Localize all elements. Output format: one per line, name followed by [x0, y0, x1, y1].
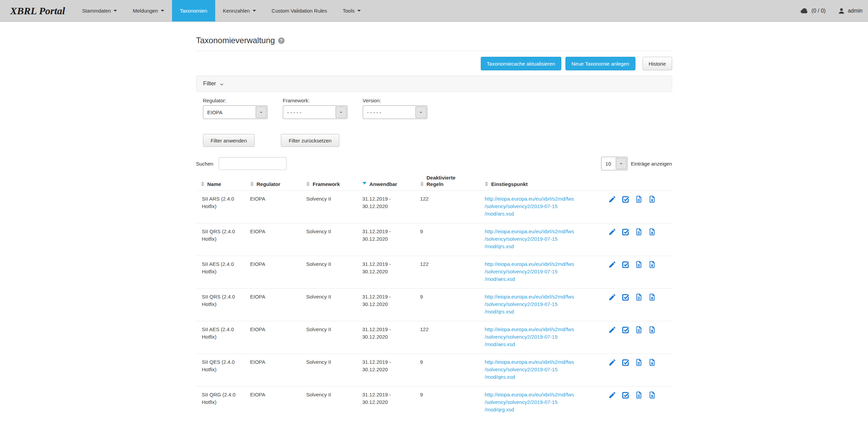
- cell-framework: Solvency II: [302, 195, 358, 218]
- entry-point-line: /mod/aes.xsd: [485, 275, 601, 283]
- file-text-icon[interactable]: [635, 391, 643, 399]
- page-size-label: Einträge anzeigen: [631, 161, 672, 167]
- cell-name: SII ARS (2.4.0 Hotfix): [196, 195, 245, 218]
- cell-disabled-rules: 122: [415, 326, 480, 348]
- select-arrow-icon: [336, 106, 346, 118]
- file-excel-icon[interactable]: [648, 293, 656, 301]
- nav-item[interactable]: Meldungen: [125, 0, 172, 21]
- refresh-taxonomy-cache-button[interactable]: Taxonomiecache aktualisieren: [481, 57, 561, 70]
- validate-check-square-icon[interactable]: [622, 391, 630, 399]
- file-text-icon[interactable]: [635, 326, 643, 334]
- sort-icon: [420, 182, 424, 186]
- entry-point-line: http://eiopa.europa.eu/eu/xbrl/s2md/fws: [485, 391, 601, 398]
- entry-point-link[interactable]: http://eiopa.europa.eu/eu/xbrl/s2md/fws …: [485, 293, 601, 316]
- entry-point-line: /mod/ars.xsd: [485, 210, 601, 218]
- nav-item-label: Taxonomien: [180, 8, 207, 14]
- file-excel-icon[interactable]: [648, 326, 656, 334]
- nav-item[interactable]: Taxonomien: [172, 0, 215, 21]
- entry-point-link[interactable]: http://eiopa.europa.eu/eu/xbrl/s2md/fws …: [485, 228, 601, 250]
- caret-down-icon: [357, 10, 361, 12]
- file-excel-icon[interactable]: [648, 358, 656, 367]
- brand-logo[interactable]: XBRL Portal: [10, 0, 65, 21]
- entry-point-line: /solvency/solvency2/2019-07-15: [485, 268, 601, 275]
- user-menu[interactable]: admin: [838, 7, 863, 15]
- file-excel-icon[interactable]: [648, 228, 656, 236]
- nav-item-label: Kennzahlen: [223, 8, 250, 14]
- cloud-icon: [799, 7, 809, 15]
- nav-item[interactable]: Stammdaten: [74, 0, 125, 21]
- cell-applicable: 31.12.2019 - 30.12.2020: [358, 358, 415, 381]
- page-size-value: 10: [601, 161, 616, 167]
- select-arrow-icon: [256, 106, 267, 118]
- validate-check-square-icon[interactable]: [622, 293, 630, 301]
- validate-check-square-icon[interactable]: [622, 260, 630, 269]
- filter-field-select[interactable]: EIOPA: [203, 105, 268, 119]
- entry-point-link[interactable]: http://eiopa.europa.eu/eu/xbrl/s2md/fws …: [485, 195, 601, 218]
- edit-pencil-icon[interactable]: [608, 358, 616, 367]
- validate-check-square-icon[interactable]: [622, 195, 630, 203]
- file-excel-icon[interactable]: [648, 260, 656, 269]
- cell-actions: [601, 195, 672, 218]
- validate-check-square-icon[interactable]: [622, 228, 630, 236]
- validate-check-square-icon[interactable]: [622, 326, 630, 334]
- apply-filter-button[interactable]: Filter anwenden: [203, 134, 255, 147]
- column-header-label: Framework: [313, 181, 340, 187]
- edit-pencil-icon[interactable]: [608, 228, 616, 236]
- search-input[interactable]: [219, 157, 287, 170]
- entry-point-link[interactable]: http://eiopa.europa.eu/eu/xbrl/s2md/fws …: [485, 326, 601, 348]
- file-text-icon[interactable]: [635, 260, 643, 269]
- column-header[interactable]: Framework: [302, 181, 358, 187]
- help-icon[interactable]: ?: [278, 37, 285, 44]
- cell-applicable: 31.12.2019 - 30.12.2020: [358, 195, 415, 218]
- column-header[interactable]: Deaktivierte Regeln: [415, 174, 480, 187]
- column-header[interactable]: Regulator: [245, 181, 302, 187]
- cell-applicable: 31.12.2019 - 30.12.2020: [358, 293, 415, 316]
- edit-pencil-icon[interactable]: [608, 391, 616, 399]
- new-taxonomy-button[interactable]: Neue Taxonomie anlegen: [565, 57, 635, 70]
- file-text-icon[interactable]: [635, 195, 643, 203]
- file-text-icon[interactable]: [635, 228, 643, 236]
- validate-check-square-icon[interactable]: [622, 358, 630, 367]
- queue-status[interactable]: (0 / 0): [799, 7, 826, 15]
- table-row: SII QES (2.4.0 Hotfix) EIOPA Solvency II…: [196, 354, 672, 386]
- cell-framework: Solvency II: [302, 228, 358, 250]
- entry-point-link[interactable]: http://eiopa.europa.eu/eu/xbrl/s2md/fws …: [485, 391, 601, 413]
- select-arrow-icon: [616, 158, 627, 169]
- table-row: SII ARS (2.4.0 Hotfix) EIOPA Solvency II…: [196, 190, 672, 223]
- filter-field-value: - - - - -: [283, 109, 336, 115]
- title-divider: [196, 51, 672, 51]
- cell-entry-point: http://eiopa.europa.eu/eu/xbrl/s2md/fws …: [480, 260, 601, 283]
- history-button[interactable]: Historie: [643, 57, 672, 70]
- column-header[interactable]: Anwendbar: [358, 181, 415, 187]
- edit-pencil-icon[interactable]: [608, 293, 616, 301]
- file-text-icon[interactable]: [635, 293, 643, 301]
- filter-field-select[interactable]: - - - - -: [283, 105, 347, 119]
- filter-field-select[interactable]: - - - - -: [363, 105, 427, 119]
- column-header[interactable]: Einstiegspunkt: [480, 181, 601, 187]
- sort-icon: [201, 182, 204, 186]
- file-text-icon[interactable]: [635, 358, 643, 367]
- edit-pencil-icon[interactable]: [608, 260, 616, 269]
- entry-point-link[interactable]: http://eiopa.europa.eu/eu/xbrl/s2md/fws …: [485, 260, 601, 283]
- entry-point-link[interactable]: http://eiopa.europa.eu/eu/xbrl/s2md/fws …: [485, 358, 601, 381]
- nav-item-label: Tools: [343, 8, 355, 14]
- nav-item[interactable]: Custom Validation Rules: [264, 0, 335, 21]
- file-excel-icon[interactable]: [648, 195, 656, 203]
- cell-regulator: EIOPA: [245, 228, 302, 250]
- filter-panel-header[interactable]: Filter: [196, 75, 672, 92]
- edit-pencil-icon[interactable]: [608, 195, 616, 203]
- filter-field-label: Framework:: [283, 98, 347, 103]
- select-arrow-icon: [415, 106, 426, 118]
- cell-actions: [601, 326, 672, 348]
- entry-point-line: /solvency/solvency2/2019-07-15: [485, 235, 601, 243]
- reset-filter-button[interactable]: Filter zurücksetzen: [281, 134, 339, 147]
- nav-item[interactable]: Kennzahlen: [215, 0, 264, 21]
- cell-name: SII QRS (2.4.0 Hotfix): [196, 228, 245, 250]
- entry-point-line: /solvency/solvency2/2019-07-15: [485, 398, 601, 406]
- column-header[interactable]: Name: [196, 181, 245, 187]
- nav-item[interactable]: Tools: [335, 0, 369, 21]
- cell-actions: [601, 358, 672, 381]
- page-size-select[interactable]: 10: [601, 157, 628, 170]
- file-excel-icon[interactable]: [648, 391, 656, 399]
- edit-pencil-icon[interactable]: [608, 326, 616, 334]
